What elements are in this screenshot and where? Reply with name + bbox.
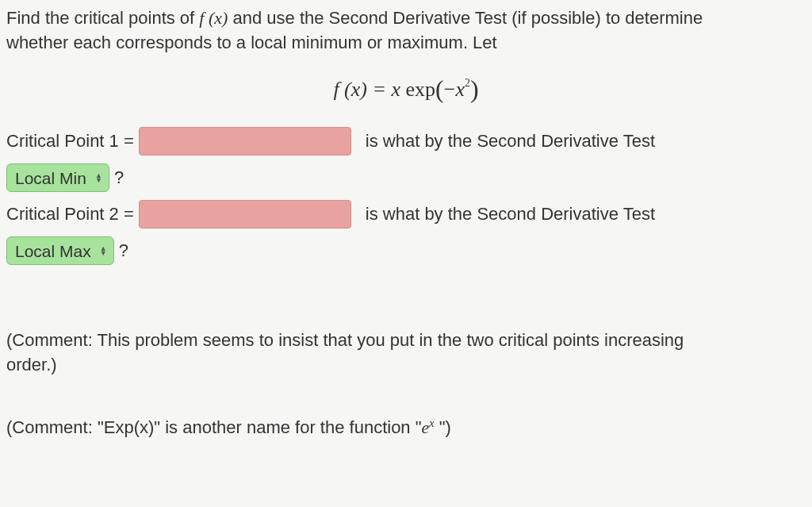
prompt-text-1b: and use the Second Derivative Test (if p… bbox=[228, 8, 703, 28]
comment1-line1: (Comment: This problem seems to insist t… bbox=[6, 330, 684, 350]
formula-sup: 2 bbox=[465, 77, 470, 89]
prompt-text-2: whether each corresponds to a local mini… bbox=[6, 33, 497, 52]
comment-2: (Comment: "Exp(x)" is another name for t… bbox=[6, 416, 806, 440]
cp2-select[interactable]: Local Max ▲▼ bbox=[6, 236, 114, 265]
cp1-input[interactable] bbox=[139, 127, 351, 156]
cp1-select[interactable]: Local Min ▲▼ bbox=[6, 163, 109, 192]
cp1-label: Critical Point 1 = bbox=[6, 129, 134, 154]
formula-exp: exp bbox=[406, 78, 436, 101]
prompt-text-1a: Find the critical points of bbox=[6, 8, 199, 28]
cp1-qmark: ? bbox=[114, 166, 124, 190]
cp2-input[interactable] bbox=[139, 200, 351, 229]
formula-rparen: ) bbox=[470, 75, 479, 103]
stepper-icon: ▲▼ bbox=[100, 246, 107, 255]
stepper-icon: ▲▼ bbox=[95, 173, 102, 182]
formula-lparen: ( bbox=[435, 75, 444, 103]
problem-page: Find the critical points of f (x) and us… bbox=[0, 0, 812, 440]
cp2-select-value: Local Max bbox=[15, 240, 91, 263]
cp2-select-row: Local Max ▲▼ ? bbox=[6, 236, 806, 265]
formula-x: x bbox=[455, 78, 465, 101]
cp1-trail: is what by the Second Derivative Test bbox=[366, 129, 655, 154]
comment2-pre: (Comment: "Exp(x)" is another name for t… bbox=[6, 417, 422, 437]
cp1-row: Critical Point 1 = is what by the Second… bbox=[6, 127, 806, 156]
comment2-post: ") bbox=[435, 417, 451, 437]
formula-display: f (x) = x exp(−x2) bbox=[6, 70, 806, 106]
problem-prompt: Find the critical points of f (x) and us… bbox=[6, 6, 806, 56]
comment2-e: e bbox=[422, 417, 430, 437]
cp2-label: Critical Point 2 = bbox=[6, 202, 134, 227]
formula-lhs: f (x) = x bbox=[333, 78, 405, 101]
comment1-line2: order.) bbox=[6, 355, 57, 374]
prompt-fx: f (x) bbox=[199, 8, 228, 28]
comment-1: (Comment: This problem seems to insist t… bbox=[6, 328, 806, 378]
cp1-select-value: Local Min bbox=[15, 167, 86, 190]
cp2-qmark: ? bbox=[119, 239, 128, 263]
cp2-trail: is what by the Second Derivative Test bbox=[366, 202, 655, 227]
formula-minus: − bbox=[444, 78, 456, 101]
cp2-row: Critical Point 2 = is what by the Second… bbox=[6, 200, 806, 229]
cp1-select-row: Local Min ▲▼ ? bbox=[6, 163, 806, 192]
